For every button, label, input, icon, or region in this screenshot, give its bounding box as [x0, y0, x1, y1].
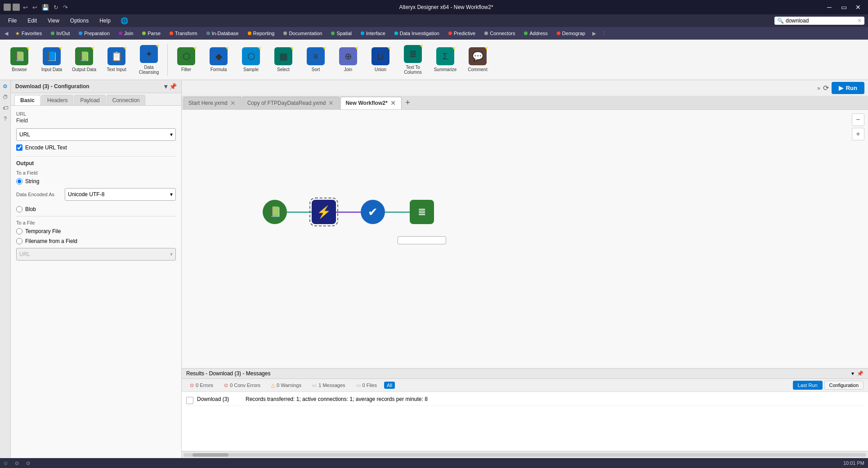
workflow-node-input[interactable]: 📗: [263, 200, 287, 224]
url-field-dropdown[interactable]: URL ▾: [16, 128, 176, 141]
category-demograp[interactable]: Demograp: [552, 27, 590, 40]
scroll-track[interactable]: [183, 453, 866, 457]
search-clear-icon[interactable]: ✕: [857, 18, 862, 24]
history-icon[interactable]: ⟳: [823, 84, 829, 92]
menu-file[interactable]: File: [4, 16, 21, 26]
messages-tab[interactable]: ▭ 1 Messages: [309, 381, 349, 390]
category-data-investigation[interactable]: Data Investigation: [390, 27, 444, 40]
workflow-canvas[interactable]: − + 📗 ⚡ ✔: [182, 110, 868, 368]
tab-start-here[interactable]: Start Here.yxmd ✕: [183, 97, 242, 109]
refresh-icon[interactable]: ↻: [52, 4, 60, 11]
menu-edit[interactable]: Edit: [23, 16, 41, 26]
errors-tab[interactable]: ⊙ 0 Errors: [186, 381, 217, 390]
canvas-nav-right[interactable]: »: [817, 85, 820, 91]
category-parse[interactable]: Parse: [138, 27, 165, 40]
favbar-menu-arrow[interactable]: ⋮: [599, 31, 609, 36]
tool-summarize[interactable]: Σ ★ Summarize: [430, 42, 461, 78]
tab-basic[interactable]: Basic: [14, 95, 40, 105]
close-button[interactable]: ✕: [852, 2, 864, 12]
tab-ftpdaydata-close[interactable]: ✕: [328, 99, 334, 107]
tab-connection[interactable]: Connection: [107, 95, 146, 105]
menu-view[interactable]: View: [43, 16, 64, 26]
file-url-dropdown[interactable]: URL ▾: [16, 248, 176, 261]
tool-union[interactable]: ⊔ ★ Union: [365, 42, 396, 78]
save-icon[interactable]: 💾: [40, 4, 50, 11]
tool-comment[interactable]: 💬 ★ Comment: [462, 42, 493, 78]
run-button[interactable]: ▶ Run: [832, 82, 864, 94]
menu-options[interactable]: Options: [66, 16, 93, 26]
transform-label: Transform: [175, 31, 197, 36]
category-documentation[interactable]: Documentation: [279, 27, 327, 40]
sidebar-question-icon[interactable]: ?: [1, 114, 10, 123]
tab-start-here-close[interactable]: ✕: [230, 99, 236, 107]
category-preparation[interactable]: Preparation: [74, 27, 114, 40]
filename-from-field-radio[interactable]: [16, 238, 22, 244]
encode-url-checkbox[interactable]: [16, 144, 22, 151]
tab-new-workflow-close[interactable]: ✕: [390, 99, 396, 107]
sidebar-clock-icon[interactable]: ⏱: [1, 93, 10, 102]
configuration-btn[interactable]: Configuration: [824, 381, 864, 390]
tool-text-to-columns[interactable]: ≣ ★ Text ToColumns: [397, 42, 429, 78]
sidebar-settings-icon[interactable]: ⚙: [1, 82, 10, 91]
category-in-database[interactable]: In-Database: [202, 27, 243, 40]
tab-ftpdaydata[interactable]: Copy of FTPDayDataRead.yxmd ✕: [242, 97, 340, 109]
undo-btn2[interactable]: ↩: [31, 4, 39, 11]
tool-sort[interactable]: ≡ ★ Sort: [300, 42, 331, 78]
tab-headers[interactable]: Headers: [41, 95, 73, 105]
undo-btn[interactable]: ↩: [22, 4, 29, 11]
tool-select[interactable]: ▦ ★ Select: [268, 42, 299, 78]
category-join[interactable]: Join: [114, 27, 138, 40]
search-input[interactable]: [786, 18, 857, 24]
menu-help[interactable]: Help: [95, 16, 115, 26]
tab-payload[interactable]: Payload: [74, 95, 105, 105]
zoom-in-button[interactable]: +: [852, 128, 864, 140]
tool-data-cleansing[interactable]: ✦ ★ DataCleansing: [133, 42, 165, 78]
last-run-btn[interactable]: Last Run: [793, 381, 823, 390]
category-address[interactable]: Address: [519, 27, 552, 40]
category-reporting[interactable]: Reporting: [243, 27, 279, 40]
tool-sample[interactable]: ⬡ ★ Sample: [235, 42, 267, 78]
category-inout[interactable]: In/Out: [46, 27, 74, 40]
favbar-forward-arrow[interactable]: ▶: [590, 31, 599, 36]
warnings-tab[interactable]: △ 0 Warnings: [268, 381, 305, 390]
config-dropdown-icon[interactable]: ▾: [164, 83, 167, 90]
results-collapse-icon[interactable]: ▾: [851, 370, 854, 377]
temp-file-radio[interactable]: [16, 228, 22, 234]
favorites-item[interactable]: ★ Favorites: [11, 27, 46, 40]
globe-icon[interactable]: 🌐: [121, 17, 128, 24]
workflow-node-output[interactable]: ≣ TestDownloadDat a.csv: [410, 200, 434, 224]
workflow-node-download[interactable]: ⚡: [312, 200, 336, 224]
tool-browse[interactable]: 📗 ★ Browse: [4, 42, 35, 78]
string-radio[interactable]: [16, 178, 22, 184]
sidebar-tag-icon[interactable]: 🏷: [1, 104, 10, 112]
category-transform[interactable]: Transform: [165, 27, 202, 40]
restore-button[interactable]: ▭: [837, 2, 850, 12]
tool-filter[interactable]: ⬡ ★ Filter: [170, 42, 202, 78]
add-tab-button[interactable]: +: [403, 98, 413, 108]
results-pin-icon[interactable]: 📌: [857, 370, 864, 377]
horizontal-scrollbar[interactable]: [182, 451, 868, 458]
tool-input-data[interactable]: 📘 ★ Input Data: [36, 42, 67, 78]
category-interface[interactable]: Interface: [356, 27, 390, 40]
scroll-thumb[interactable]: [192, 453, 228, 457]
minimize-button[interactable]: ─: [823, 2, 836, 12]
workflow-node-process[interactable]: ✔: [361, 200, 385, 224]
tool-output-data[interactable]: 📗 ★ Output Data: [68, 42, 100, 78]
tab-new-workflow[interactable]: New Workflow2* ✕: [340, 97, 401, 109]
zoom-out-button[interactable]: −: [852, 113, 864, 126]
encoding-dropdown[interactable]: Unicode UTF-8 ▾: [65, 188, 176, 201]
result-checkbox[interactable]: [186, 397, 193, 404]
config-pin-icon[interactable]: 📌: [169, 83, 177, 90]
category-spatial[interactable]: Spatial: [327, 27, 356, 40]
category-connectors[interactable]: Connectors: [480, 27, 519, 40]
tool-join[interactable]: ⊕ ★ Join: [332, 42, 364, 78]
all-badge[interactable]: All: [384, 382, 395, 389]
favbar-back-arrow[interactable]: ◀: [2, 31, 11, 36]
blob-radio[interactable]: [16, 206, 22, 212]
tool-text-input[interactable]: 📋 ★ Text Input: [101, 42, 132, 78]
forward-icon[interactable]: ↷: [62, 4, 69, 11]
files-tab[interactable]: ▭ 0 Files: [353, 381, 380, 390]
tool-formula[interactable]: ◆ ★ Formula: [203, 42, 234, 78]
category-predictive[interactable]: Predictive: [444, 27, 480, 40]
conv-errors-tab[interactable]: ⊙ 0 Conv Errors: [220, 381, 264, 390]
